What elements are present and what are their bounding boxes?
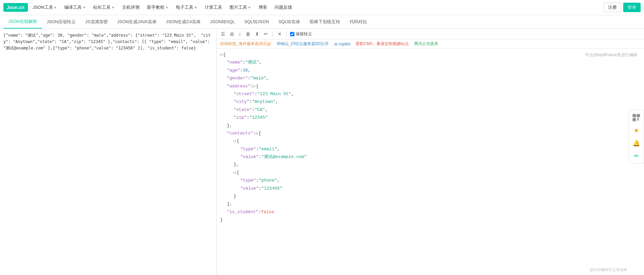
contacts-key[interactable]: "contacts" (227, 129, 253, 137)
type2-value[interactable]: "phone" (259, 176, 277, 184)
left-panel[interactable]: {"name": "测试","age": 30, "gender": "male… (0, 29, 217, 275)
nav-json-tools-label: JSON工具 (33, 4, 53, 10)
state-value[interactable]: "CA" (254, 106, 265, 114)
value2-key[interactable]: "value" (240, 185, 259, 192)
chevron-down-icon: ▼ (248, 6, 251, 9)
is-student-key[interactable]: "is_student" (227, 208, 258, 216)
age-key[interactable]: "age" (227, 67, 240, 74)
sort-icon[interactable]: ↕ (237, 31, 242, 37)
format-icon[interactable]: ☰ (219, 31, 227, 37)
ad-link-aiyingcms[interactable]: 爱影CMS，量身定制视频站点 (356, 41, 409, 47)
value1-key[interactable]: "value" (240, 153, 259, 161)
svg-rect-7 (638, 118, 639, 119)
close-icon[interactable]: ✕ (276, 31, 283, 37)
nav-electronics[interactable]: 电子工具 ▼ (173, 3, 200, 12)
is-student-value[interactable]: false (261, 208, 274, 216)
value2-value[interactable]: "123456" (261, 185, 282, 192)
subnav-item-code-diff[interactable]: 代码对比 (345, 15, 372, 28)
collapse-root-icon[interactable]: ⊟ (220, 52, 223, 58)
tree-contact1-open: ⊟ { (234, 137, 641, 145)
collapse-address-icon[interactable]: ⊟ (253, 83, 255, 90)
zip-value[interactable]: "12345" (249, 114, 268, 121)
right-sidebar: ★ 🔔 ✏ (629, 110, 644, 164)
city-value[interactable]: "Anytown" (252, 98, 276, 106)
nav-blog[interactable]: 博客 (256, 3, 270, 12)
nav-tutorials[interactable]: 新手教程 ▼ (144, 3, 171, 12)
login-button[interactable]: 登录 (623, 3, 641, 12)
delete-icon[interactable]: 🗑 (244, 31, 252, 37)
address-open-brace: { (256, 82, 259, 90)
chevron-down-icon: ▼ (82, 6, 86, 9)
type1-value[interactable]: "email" (259, 145, 277, 153)
json-tree[interactable]: 可点击key和value直进行编辑 ⊟ { "name" : "测试" , "a… (217, 49, 644, 275)
notification-button[interactable]: 🔔 (630, 137, 642, 149)
address-key[interactable]: "address" (227, 82, 250, 90)
preserve-escape-checkbox[interactable] (290, 32, 294, 36)
collapse-contact2-icon[interactable]: ⊟ (234, 170, 236, 176)
subnav-item-json-parse[interactable]: JSON在线解析 (3, 15, 42, 29)
chevron-down-icon: ▼ (194, 6, 197, 9)
subnav-item-json-csharp[interactable]: JSON生成C#实体 (161, 15, 205, 28)
subnav-item-js-obfuscate[interactable]: JS混淆加密 (80, 15, 112, 28)
grid-icon[interactable]: ⊞ (229, 31, 235, 37)
preserve-escape-label[interactable]: 保留转义 (290, 31, 312, 37)
tree-contact2-open: ⊟ { (234, 169, 641, 176)
edit-icon[interactable]: ✏ (263, 31, 269, 37)
nav-image-tools[interactable]: 图片工具 ▼ (227, 3, 254, 12)
chevron-down-icon: ▼ (54, 6, 57, 9)
tree-address-close: }, (227, 122, 641, 129)
pencil-button[interactable]: ✏ (630, 150, 642, 162)
gender-key[interactable]: "gender" (227, 74, 248, 82)
name-value[interactable]: "测试" (245, 58, 259, 66)
ad-link-hengchuang[interactable]: 恒创科技_海外服务器26元起 (220, 41, 271, 47)
subnav-item-json-compress[interactable]: JSON压缩转义 (42, 15, 81, 28)
nav-host-review[interactable]: 主机评测 (119, 3, 142, 12)
street-key[interactable]: "street" (234, 90, 254, 98)
toolbar-separator (273, 31, 273, 37)
json-input[interactable]: {"name": "测试","age": 30, "gender": "male… (3, 32, 213, 52)
subnav: JSON在线解析 JSON压缩转义 JS混淆加密 JSON生成JAVA实体 JS… (0, 15, 644, 29)
download-icon[interactable]: ⬇ (254, 31, 260, 37)
nav-webmaster-tools[interactable]: 站长工具 ▼ (90, 3, 117, 12)
collapse-contact1-icon[interactable]: ⊟ (234, 138, 236, 145)
name-key[interactable]: "name" (227, 58, 243, 66)
ad-link-copilot[interactable]: ai copilot (334, 42, 350, 46)
tree-street-row: "street" : "123 Main St" , (234, 90, 641, 98)
subnav-item-json-java[interactable]: JSON生成JAVA实体 (113, 15, 161, 28)
nav-calculator[interactable]: 计算工具 (202, 3, 225, 12)
tree-name-row: "name" : "测试" , (227, 58, 641, 66)
subnav-item-sql-json[interactable]: SQL转JSON (240, 15, 274, 28)
register-button[interactable]: 注册 (604, 3, 621, 12)
tree-age-row: "age" : 30 , (227, 67, 641, 74)
tree-root-open: ⊟ { (220, 51, 641, 58)
nav-electronics-label: 电子工具 (176, 4, 193, 10)
chevron-down-icon: ▼ (111, 6, 115, 9)
subnav-item-json-sql[interactable]: JSON转SQL (205, 15, 240, 28)
type2-key[interactable]: "type" (240, 176, 256, 184)
ad-link-huanayun[interactable]: 华纳云_CN2云服务器20元/月 (277, 41, 329, 47)
subnav-item-sql-entity[interactable]: SQL转实体 (274, 15, 305, 28)
edit-hint: 可点击key和value直进行编辑 (585, 51, 637, 59)
nav-feedback[interactable]: 问题反馈 (272, 3, 295, 12)
tree-gender-row: "gender" : "male" , (227, 74, 641, 82)
gender-value[interactable]: "male" (250, 74, 266, 82)
tree-root-close: } (220, 216, 641, 224)
nav-json-tools[interactable]: JSON工具 ▼ (30, 3, 60, 12)
street-value[interactable]: "123 Main St" (257, 90, 291, 98)
city-key[interactable]: "city" (234, 98, 249, 106)
age-value[interactable]: 30 (243, 67, 248, 74)
collapse-contacts-icon[interactable]: ⊟ (256, 130, 258, 137)
tree-state-row: "state" : "CA" , (234, 106, 641, 114)
ad-link-tencent[interactable]: 腾讯云优惠券 (414, 41, 438, 47)
qr-code-button[interactable] (630, 112, 642, 124)
toolbar: ☰ ⊞ ↕ 🗑 ⬇ ✏ ✕ 保留转义 (217, 29, 644, 39)
logo-button[interactable]: Json.cn (3, 3, 28, 12)
nav-image-tools-label: 图片工具 (230, 4, 247, 10)
nav-compile-tools[interactable]: 编译工具 ▼ (62, 3, 88, 12)
favorite-button[interactable]: ★ (630, 124, 642, 136)
type1-key[interactable]: "type" (240, 145, 256, 153)
value1-value[interactable]: "测试@example.com" (261, 153, 307, 161)
zip-key[interactable]: "zip" (234, 114, 247, 121)
subnav-item-camel-snake[interactable]: 驼峰下划线互转 (305, 15, 345, 28)
state-key[interactable]: "state" (234, 106, 252, 114)
